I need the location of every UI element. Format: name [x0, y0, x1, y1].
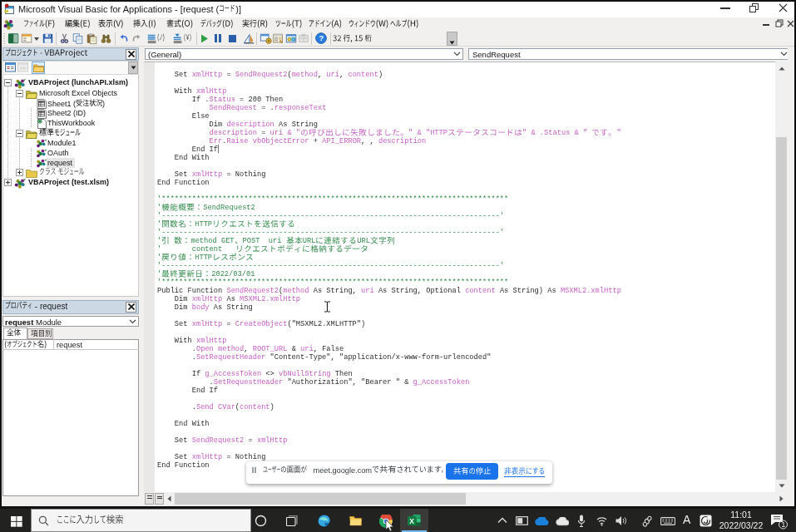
svg-text:?: ? [319, 33, 324, 42]
svg-text:1: 1 [782, 520, 786, 529]
svg-text:X: X [409, 517, 414, 525]
